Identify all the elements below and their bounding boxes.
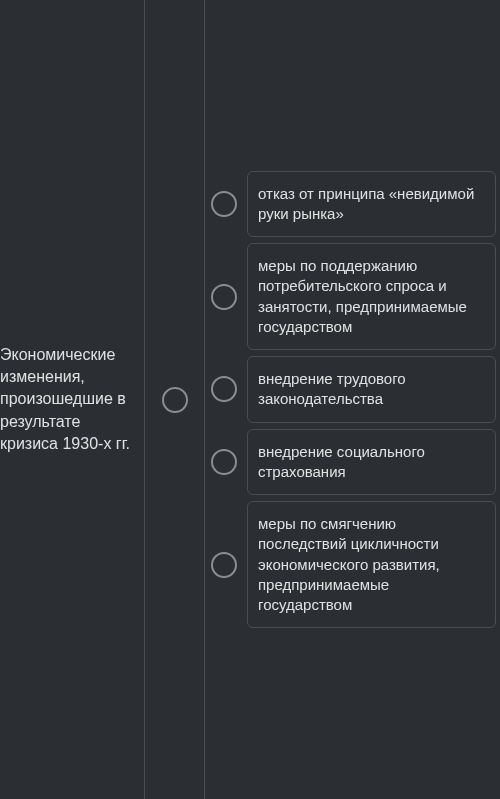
option-row: внедрение социального страхования <box>211 429 496 496</box>
option-label: меры по поддержанию потребительского спр… <box>258 257 467 335</box>
option-box-2[interactable]: внедрение трудового законодательства <box>247 356 496 423</box>
option-row: меры по поддержанию потребительского спр… <box>211 243 496 350</box>
option-box-3[interactable]: внедрение социального страхования <box>247 429 496 496</box>
option-label: внедрение социального страхования <box>258 443 425 480</box>
question-column: Экономические изменения, произошедшие в … <box>0 0 145 799</box>
option-radio-2[interactable] <box>211 376 237 402</box>
option-box-0[interactable]: отказ от принципа «невидимой руки рынка» <box>247 171 496 238</box>
option-radio-3[interactable] <box>211 449 237 475</box>
option-radio-0[interactable] <box>211 191 237 217</box>
option-box-4[interactable]: меры по смягчению последствий цикличност… <box>247 501 496 628</box>
category-radio[interactable] <box>162 387 188 413</box>
options-column: отказ от принципа «невидимой руки рынка»… <box>205 0 500 799</box>
option-row: внедрение трудового законодательства <box>211 356 496 423</box>
option-radio-4[interactable] <box>211 552 237 578</box>
option-label: внедрение трудового законодательства <box>258 370 406 407</box>
option-box-1[interactable]: меры по поддержанию потребительского спр… <box>247 243 496 350</box>
question-prompt: Экономические изменения, произошедшие в … <box>0 344 136 456</box>
option-radio-1[interactable] <box>211 284 237 310</box>
option-row: меры по смягчению последствий цикличност… <box>211 501 496 628</box>
option-label: отказ от принципа «невидимой руки рынка» <box>258 185 474 222</box>
category-radio-column <box>145 0 205 799</box>
option-row: отказ от принципа «невидимой руки рынка» <box>211 171 496 238</box>
option-label: меры по смягчению последствий цикличност… <box>258 515 440 613</box>
